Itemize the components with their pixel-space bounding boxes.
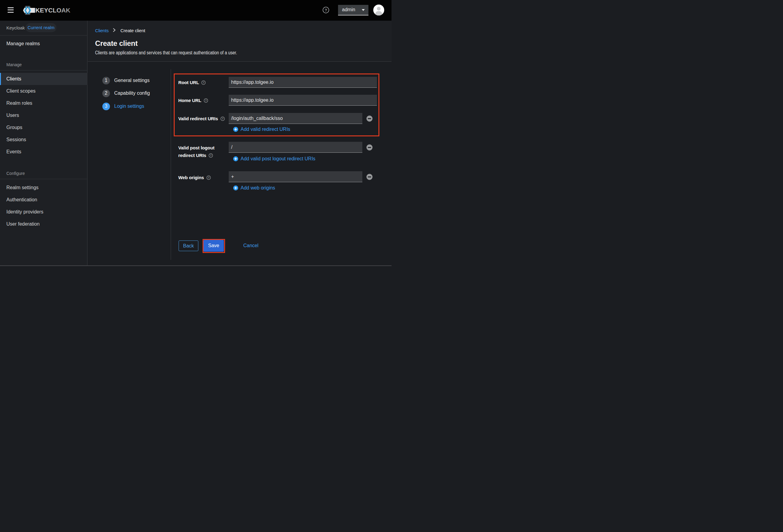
svg-text:?: ? xyxy=(208,176,209,179)
svg-text:KEYCLOAK: KEYCLOAK xyxy=(35,7,70,14)
svg-text:?: ? xyxy=(210,154,211,157)
svg-text:?: ? xyxy=(325,8,327,12)
